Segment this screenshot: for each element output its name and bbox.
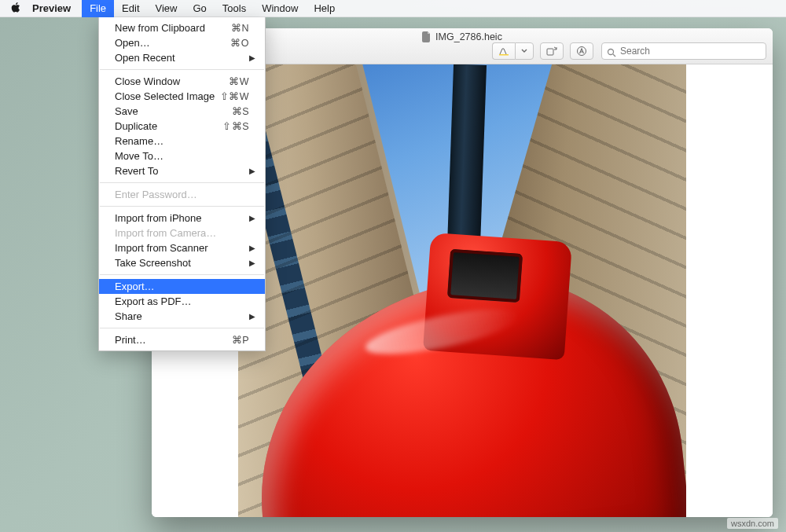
menu-item-label: Open Recent <box>115 52 249 64</box>
menu-shortcut: ⇧⌘S <box>222 120 249 132</box>
menu-separator <box>100 328 264 328</box>
markup-toolbar-button[interactable] <box>570 42 593 60</box>
system-menubar: Preview File Edit View Go Tools Window H… <box>0 0 786 17</box>
menu-shortcut: ⌘O <box>230 37 249 49</box>
submenu-chevron-icon: ▶ <box>249 259 255 267</box>
menu-item-label: Take Screenshot <box>115 257 249 269</box>
menu-item-import-from-camera: Import from Camera… <box>99 226 265 240</box>
menu-go[interactable]: Go <box>185 0 214 17</box>
menu-shortcut: ⌘S <box>232 105 249 117</box>
menu-item-label: Export as PDF… <box>115 295 249 307</box>
menu-shortcut: ⇧⌘W <box>220 90 249 102</box>
menu-item-save[interactable]: Save⌘S <box>99 104 265 119</box>
submenu-chevron-icon: ▶ <box>249 53 255 62</box>
menu-item-open-recent[interactable]: Open Recent▶ <box>99 50 265 65</box>
menu-item-label: Import from Scanner <box>115 242 249 254</box>
svg-rect-3 <box>547 49 553 55</box>
submenu-chevron-icon: ▶ <box>249 214 255 222</box>
menu-item-revert-to[interactable]: Revert To▶ <box>99 163 265 178</box>
search-input[interactable] <box>620 46 761 57</box>
menu-item-rename[interactable]: Rename… <box>99 134 265 149</box>
menu-item-move-to[interactable]: Move To… <box>99 149 265 163</box>
menu-item-open[interactable]: Open…⌘O <box>99 35 265 50</box>
menu-item-label: Save <box>115 105 232 117</box>
menu-item-label: Enter Password… <box>115 189 249 200</box>
menu-window[interactable]: Window <box>254 0 306 17</box>
menu-item-import-from-iphone[interactable]: Import from iPhone▶ <box>99 211 265 226</box>
menu-item-label: Print… <box>115 334 232 346</box>
menu-tools[interactable]: Tools <box>215 0 254 17</box>
search-field[interactable] <box>601 42 766 60</box>
markup-group[interactable] <box>492 42 534 60</box>
submenu-chevron-icon: ▶ <box>249 312 255 321</box>
menu-item-label: Revert To <box>115 165 249 177</box>
app-name[interactable]: Preview <box>32 2 71 14</box>
submenu-chevron-icon: ▶ <box>249 167 255 175</box>
highlight-chevron-button[interactable] <box>515 42 534 60</box>
menu-view[interactable]: View <box>148 0 185 17</box>
menu-item-export[interactable]: Export… <box>99 279 265 294</box>
menu-item-label: Share <box>115 310 249 322</box>
menu-item-label: Import from Camera… <box>115 227 249 239</box>
menu-item-export-as-pdf[interactable]: Export as PDF… <box>99 294 265 309</box>
menu-item-share[interactable]: Share▶ <box>99 309 265 324</box>
rotate-button[interactable] <box>540 42 564 60</box>
menu-item-enter-password: Enter Password… <box>99 187 265 202</box>
menu-file[interactable]: File <box>82 0 114 17</box>
submenu-chevron-icon: ▶ <box>249 244 255 252</box>
menu-item-label: Open… <box>115 37 230 49</box>
menu-item-duplicate[interactable]: Duplicate⇧⌘S <box>99 119 265 134</box>
menu-shortcut: ⌘P <box>232 334 249 346</box>
menu-item-label: Export… <box>115 281 249 292</box>
svg-line-6 <box>613 54 615 57</box>
svg-rect-2 <box>499 54 509 56</box>
menu-item-label: Move To… <box>115 150 249 162</box>
watermark: wsxdn.com <box>727 518 778 529</box>
menu-item-label: Duplicate <box>115 120 222 132</box>
window-title-text: IMG_2786.heic <box>435 31 502 42</box>
highlight-button[interactable] <box>492 42 515 60</box>
menu-item-label: New from Clipboard <box>115 22 231 34</box>
menu-separator <box>100 182 264 183</box>
apple-menu-icon[interactable] <box>11 2 21 15</box>
menu-item-close-window[interactable]: Close Window⌘W <box>99 74 265 89</box>
menu-separator <box>100 206 264 207</box>
menu-item-label: Close Window <box>115 75 229 87</box>
search-icon <box>607 46 616 56</box>
menu-shortcut: ⌘W <box>229 75 249 87</box>
menu-item-print[interactable]: Print…⌘P <box>99 332 265 347</box>
menu-item-import-from-scanner[interactable]: Import from Scanner▶ <box>99 240 265 255</box>
menu-item-take-screenshot[interactable]: Take Screenshot▶ <box>99 255 265 270</box>
menu-separator <box>100 274 264 275</box>
menu-separator <box>100 69 264 70</box>
menu-shortcut: ⌘N <box>231 22 249 34</box>
menu-item-label: Close Selected Image <box>115 90 220 102</box>
document-icon <box>422 31 432 42</box>
menu-edit[interactable]: Edit <box>114 0 147 17</box>
menu-item-close-selected-image[interactable]: Close Selected Image⇧⌘W <box>99 89 265 104</box>
menu-item-label: Rename… <box>115 135 249 147</box>
menu-help[interactable]: Help <box>306 0 343 17</box>
file-menu-dropdown: New from Clipboard⌘NOpen…⌘OOpen Recent▶C… <box>98 17 266 351</box>
photo-canvas[interactable] <box>238 64 686 517</box>
menu-item-label: Import from iPhone <box>115 212 249 224</box>
menu-item-new-from-clipboard[interactable]: New from Clipboard⌘N <box>99 20 265 35</box>
svg-point-5 <box>608 50 614 55</box>
